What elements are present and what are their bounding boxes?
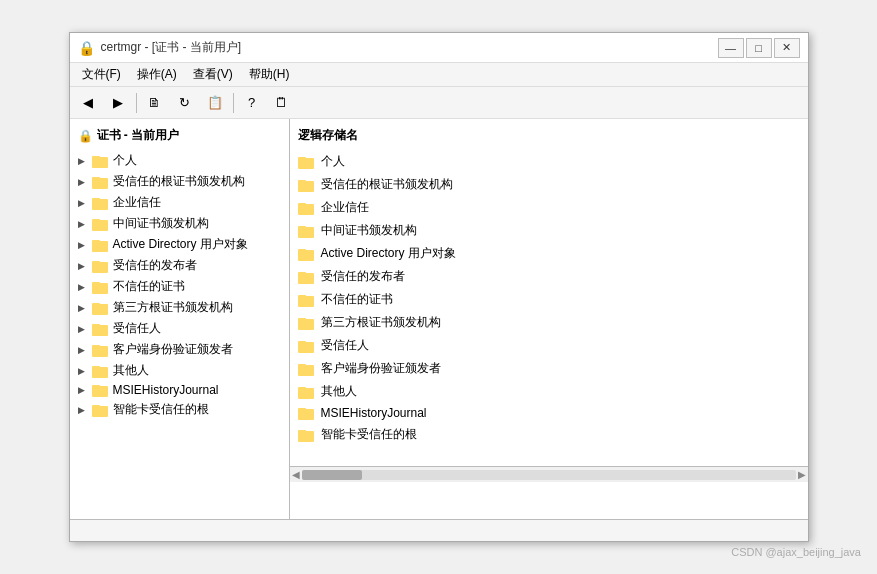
list-item-intermediate[interactable]: 中间证书颁发机构 — [290, 219, 808, 242]
arrow-trusted-publisher: ▶ — [78, 261, 90, 271]
list-item-untrusted[interactable]: 不信任的证书 — [290, 288, 808, 311]
arrow-intermediate: ▶ — [78, 219, 90, 229]
folder-list-trusted-root — [298, 178, 314, 192]
arrow-trusted-root: ▶ — [78, 177, 90, 187]
arrow-others: ▶ — [78, 366, 90, 376]
maximize-button[interactable]: □ — [746, 38, 772, 58]
folder-list-activedir — [298, 247, 314, 261]
arrow-smartcard: ▶ — [78, 405, 90, 415]
minimize-button[interactable]: — — [718, 38, 744, 58]
scroll-left-btn[interactable]: ◀ — [292, 469, 300, 480]
folder-list-others — [298, 385, 314, 399]
list-item-client-auth[interactable]: 客户端身份验证颁发者 — [290, 357, 808, 380]
list-item-enterprise[interactable]: 企业信任 — [290, 196, 808, 219]
folder-intermediate — [92, 217, 108, 231]
menu-help[interactable]: 帮助(H) — [241, 64, 298, 85]
folder-trusted-publisher — [92, 259, 108, 273]
folder-list-msie — [298, 406, 314, 420]
list-item-trusted-root[interactable]: 受信任的根证书颁发机构 — [290, 173, 808, 196]
folder-client-auth — [92, 343, 108, 357]
folder-trusted-people — [92, 322, 108, 336]
scrollbar-track — [302, 470, 796, 480]
tree-item-trusted-root[interactable]: ▶ 受信任的根证书颁发机构 — [70, 171, 289, 192]
tree-item-msie[interactable]: ▶ MSIEHistoryJournal — [70, 381, 289, 399]
tree-item-trusted-publisher[interactable]: ▶ 受信任的发布者 — [70, 255, 289, 276]
main-content: 🔒 证书 - 当前用户 ▶ 个人 ▶ 受信任的根证书颁发机构 ▶ 企业信任 ▶ — [70, 119, 808, 519]
main-window: 🔒 certmgr - [证书 - 当前用户] — □ ✕ 文件(F) 操作(A… — [69, 32, 809, 542]
list-item-trusted-publisher[interactable]: 受信任的发布者 — [290, 265, 808, 288]
toolbar-separator-1 — [136, 93, 137, 113]
tree-item-others[interactable]: ▶ 其他人 — [70, 360, 289, 381]
view-button[interactable]: 🗎 — [141, 91, 169, 115]
title-bar-left: 🔒 certmgr - [证书 - 当前用户] — [78, 39, 242, 56]
folder-activedir — [92, 238, 108, 252]
menu-file[interactable]: 文件(F) — [74, 64, 129, 85]
arrow-personal: ▶ — [78, 156, 90, 166]
list-item-others[interactable]: 其他人 — [290, 380, 808, 403]
list-item-trusted-people[interactable]: 受信任人 — [290, 334, 808, 357]
right-pane-header: 逻辑存储名 — [290, 123, 808, 150]
folder-msie — [92, 383, 108, 397]
toolbar: ◀ ▶ 🗎 ↻ 📋 ? 🗒 — [70, 87, 808, 119]
folder-list-untrusted — [298, 293, 314, 307]
arrow-enterprise: ▶ — [78, 198, 90, 208]
window-icon: 🔒 — [78, 40, 95, 56]
title-bar: 🔒 certmgr - [证书 - 当前用户] — □ ✕ — [70, 33, 808, 63]
arrow-trusted-people: ▶ — [78, 324, 90, 334]
tree-item-personal[interactable]: ▶ 个人 — [70, 150, 289, 171]
folder-list-trusted-publisher — [298, 270, 314, 284]
export-button[interactable]: 📋 — [201, 91, 229, 115]
tree-item-third-party[interactable]: ▶ 第三方根证书颁发机构 — [70, 297, 289, 318]
list-item-third-party[interactable]: 第三方根证书颁发机构 — [290, 311, 808, 334]
list-item-smartcard[interactable]: 智能卡受信任的根 — [290, 423, 808, 446]
left-pane-header: 🔒 证书 - 当前用户 — [70, 123, 289, 150]
left-pane: 🔒 证书 - 当前用户 ▶ 个人 ▶ 受信任的根证书颁发机构 ▶ 企业信任 ▶ — [70, 119, 290, 519]
help-button[interactable]: ? — [238, 91, 266, 115]
properties-button[interactable]: 🗒 — [268, 91, 296, 115]
status-bar — [70, 519, 808, 541]
tree-item-trusted-people[interactable]: ▶ 受信任人 — [70, 318, 289, 339]
folder-list-smartcard — [298, 428, 314, 442]
folder-list-trusted-people — [298, 339, 314, 353]
arrow-msie: ▶ — [78, 385, 90, 395]
menu-view[interactable]: 查看(V) — [185, 64, 241, 85]
arrow-client-auth: ▶ — [78, 345, 90, 355]
tree-item-smartcard[interactable]: ▶ 智能卡受信任的根 — [70, 399, 289, 420]
arrow-activedir: ▶ — [78, 240, 90, 250]
tree-item-client-auth[interactable]: ▶ 客户端身份验证颁发者 — [70, 339, 289, 360]
menu-bar: 文件(F) 操作(A) 查看(V) 帮助(H) — [70, 63, 808, 87]
window-title: certmgr - [证书 - 当前用户] — [101, 39, 242, 56]
arrow-third-party: ▶ — [78, 303, 90, 313]
close-button[interactable]: ✕ — [774, 38, 800, 58]
folder-list-third-party — [298, 316, 314, 330]
tree-item-enterprise[interactable]: ▶ 企业信任 — [70, 192, 289, 213]
folder-list-personal — [298, 155, 314, 169]
scroll-right-btn[interactable]: ▶ — [798, 469, 806, 480]
folder-personal — [92, 154, 108, 168]
tree-item-intermediate[interactable]: ▶ 中间证书颁发机构 — [70, 213, 289, 234]
folder-list-client-auth — [298, 362, 314, 376]
folder-untrusted — [92, 280, 108, 294]
folder-list-intermediate — [298, 224, 314, 238]
list-item-msie[interactable]: MSIEHistoryJournal — [290, 403, 808, 423]
folder-others — [92, 364, 108, 378]
refresh-button[interactable]: ↻ — [171, 91, 199, 115]
list-item-activedir[interactable]: Active Directory 用户对象 — [290, 242, 808, 265]
horizontal-scrollbar[interactable]: ◀ ▶ — [290, 466, 808, 482]
right-pane: 逻辑存储名 个人 受信任的根证书颁发机构 企业信任 中间证书颁发机构 Activ… — [290, 119, 808, 519]
folder-third-party — [92, 301, 108, 315]
arrow-untrusted: ▶ — [78, 282, 90, 292]
tree-item-untrusted[interactable]: ▶ 不信任的证书 — [70, 276, 289, 297]
watermark: CSDN @ajax_beijing_java — [731, 546, 861, 558]
folder-list-enterprise — [298, 201, 314, 215]
scrollbar-thumb[interactable] — [302, 470, 362, 480]
certificate-icon: 🔒 — [78, 129, 93, 143]
menu-action[interactable]: 操作(A) — [129, 64, 185, 85]
title-bar-controls: — □ ✕ — [718, 38, 800, 58]
tree-item-activedir[interactable]: ▶ Active Directory 用户对象 — [70, 234, 289, 255]
forward-button[interactable]: ▶ — [104, 91, 132, 115]
list-item-personal[interactable]: 个人 — [290, 150, 808, 173]
back-button[interactable]: ◀ — [74, 91, 102, 115]
folder-trusted-root — [92, 175, 108, 189]
toolbar-separator-2 — [233, 93, 234, 113]
